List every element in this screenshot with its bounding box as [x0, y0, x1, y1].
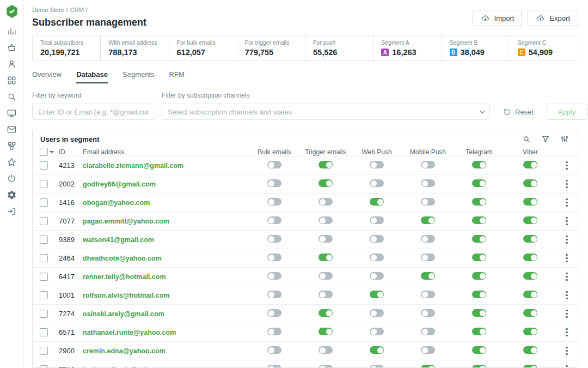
row-checkbox[interactable]: [40, 365, 48, 368]
mobile-push-toggle[interactable]: [421, 309, 435, 317]
trigger-emails-toggle[interactable]: [318, 346, 333, 354]
row-checkbox[interactable]: [40, 217, 48, 225]
select-all-checkbox[interactable]: [40, 148, 48, 156]
trigger-emails-toggle[interactable]: [318, 291, 333, 298]
telegram-toggle[interactable]: [472, 179, 486, 187]
subscriber-email-link[interactable]: rolfson.alvis@hotmail.com: [83, 292, 169, 299]
mobile-push-toggle[interactable]: [421, 235, 435, 243]
viber-toggle[interactable]: [523, 179, 537, 187]
web-push-toggle[interactable]: [370, 216, 384, 224]
web-push-toggle[interactable]: [370, 309, 384, 317]
row-actions-kebab-icon[interactable]: [564, 326, 570, 339]
row-checkbox[interactable]: [40, 291, 48, 299]
mobile-push-toggle[interactable]: [421, 198, 435, 206]
telegram-toggle[interactable]: [472, 235, 486, 243]
telegram-toggle[interactable]: [472, 161, 486, 168]
table-search-icon[interactable]: [522, 135, 531, 143]
mobile-push-toggle[interactable]: [421, 328, 435, 335]
web-push-toggle[interactable]: [370, 346, 384, 354]
export-button[interactable]: Export: [528, 10, 578, 26]
bulk-emails-toggle[interactable]: [267, 254, 281, 261]
apply-button[interactable]: Apply: [547, 104, 587, 120]
subscriber-email-link[interactable]: nathanael.runte@yahoo.com: [83, 329, 176, 336]
bulk-emails-toggle[interactable]: [267, 346, 281, 354]
trigger-emails-toggle[interactable]: [318, 272, 333, 280]
row-checkbox[interactable]: [40, 198, 48, 207]
breadcrumb-demo-store[interactable]: Demo Store: [32, 7, 64, 13]
web-push-toggle[interactable]: [370, 161, 384, 168]
row-checkbox[interactable]: [40, 310, 48, 318]
integrations-icon[interactable]: [0, 137, 24, 154]
table-columns-settings-icon[interactable]: [560, 135, 569, 143]
mobile-push-toggle[interactable]: [421, 365, 435, 368]
tab-database[interactable]: Database: [76, 70, 108, 83]
viber-toggle[interactable]: [523, 235, 537, 243]
viber-toggle[interactable]: [523, 216, 537, 224]
telegram-toggle[interactable]: [472, 328, 486, 335]
trigger-emails-toggle[interactable]: [318, 328, 333, 335]
row-actions-kebab-icon[interactable]: [564, 363, 570, 368]
table-filter-icon[interactable]: [541, 135, 550, 143]
viber-toggle[interactable]: [523, 309, 537, 317]
analytics-icon[interactable]: [0, 23, 24, 39]
bulk-emails-toggle[interactable]: [267, 272, 281, 280]
row-actions-kebab-icon[interactable]: [564, 345, 570, 358]
select-menu-caret-icon[interactable]: [50, 151, 54, 153]
apps-icon[interactable]: [0, 72, 24, 88]
power-icon[interactable]: [0, 170, 24, 186]
bulk-emails-toggle[interactable]: [267, 365, 281, 368]
viber-toggle[interactable]: [523, 365, 537, 368]
row-checkbox[interactable]: [40, 273, 48, 281]
row-actions-kebab-icon[interactable]: [564, 307, 570, 321]
mobile-push-toggle[interactable]: [421, 179, 435, 187]
viber-toggle[interactable]: [523, 254, 537, 261]
mobile-push-toggle[interactable]: [421, 272, 435, 280]
viber-toggle[interactable]: [523, 346, 537, 354]
logout-icon[interactable]: [0, 203, 24, 219]
subscriber-email-link[interactable]: obogan@yahoo.com: [83, 199, 150, 207]
viber-toggle[interactable]: [523, 161, 537, 168]
tab-rfm[interactable]: RFM: [169, 70, 185, 83]
web-push-toggle[interactable]: [370, 365, 384, 368]
settings-icon[interactable]: [0, 186, 24, 203]
subscriber-email-link[interactable]: osinski.arely@gmail.com: [83, 310, 164, 318]
telegram-toggle[interactable]: [472, 365, 486, 368]
row-actions-kebab-icon[interactable]: [564, 196, 570, 209]
web-push-toggle[interactable]: [370, 179, 384, 187]
row-actions-kebab-icon[interactable]: [564, 178, 570, 191]
app-logo[interactable]: [5, 4, 19, 19]
mail-icon[interactable]: [0, 121, 24, 137]
devices-icon[interactable]: [0, 105, 24, 121]
web-push-toggle[interactable]: [370, 235, 384, 243]
channels-filter-select[interactable]: Select subscription channels and states: [162, 104, 490, 120]
web-push-toggle[interactable]: [370, 291, 384, 298]
row-checkbox[interactable]: [40, 328, 48, 336]
breadcrumb-crm[interactable]: CRM: [70, 7, 84, 13]
subscriber-email-link[interactable]: dheathcote@yahoo.com: [83, 255, 162, 262]
telegram-toggle[interactable]: [472, 272, 486, 280]
trigger-emails-toggle[interactable]: [318, 365, 333, 368]
row-actions-kebab-icon[interactable]: [564, 270, 570, 283]
row-actions-kebab-icon[interactable]: [564, 159, 570, 172]
subscriber-email-link[interactable]: watson41@gmail.com: [83, 236, 154, 244]
trigger-emails-toggle[interactable]: [318, 161, 333, 168]
telegram-toggle[interactable]: [472, 198, 486, 206]
bulk-emails-toggle[interactable]: [267, 216, 281, 224]
bulk-emails-toggle[interactable]: [267, 235, 281, 243]
row-checkbox[interactable]: [40, 236, 48, 244]
row-actions-kebab-icon[interactable]: [564, 233, 570, 246]
tab-segments[interactable]: Segments: [122, 70, 155, 83]
mobile-push-toggle[interactable]: [421, 346, 435, 354]
subscriber-email-link[interactable]: godfrey66@gmail.com: [83, 180, 156, 188]
subscriber-email-link[interactable]: cremin.edna@yahoo.com: [83, 347, 166, 355]
cart-icon[interactable]: [0, 39, 24, 56]
web-push-toggle[interactable]: [370, 254, 384, 261]
search-icon[interactable]: [0, 88, 24, 105]
bulk-emails-toggle[interactable]: [267, 179, 281, 187]
row-checkbox[interactable]: [40, 254, 48, 262]
subscriber-email-link[interactable]: clarabelle.ziemann@gmail.com: [83, 162, 183, 170]
subscriber-email-link[interactable]: harber.mikayla@yahoo.com: [83, 366, 173, 368]
web-push-toggle[interactable]: [370, 272, 384, 280]
row-actions-kebab-icon[interactable]: [564, 215, 570, 228]
bulk-emails-toggle[interactable]: [267, 328, 281, 335]
